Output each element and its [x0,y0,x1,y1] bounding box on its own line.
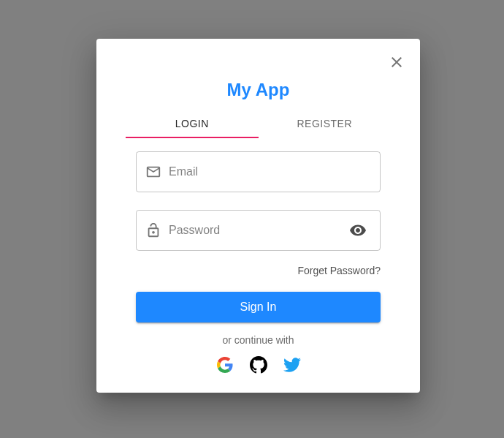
email-field[interactable] [169,152,371,192]
google-button[interactable] [215,355,235,375]
forget-password-link[interactable]: Forget Password? [297,265,381,276]
twitter-button[interactable] [282,355,302,375]
auth-tabs: Login Register [108,110,408,138]
toggle-password-visibility-button[interactable] [345,217,371,243]
social-login-row [136,355,381,375]
tab-login[interactable]: Login [126,110,259,138]
mail-icon [145,164,161,180]
password-field[interactable] [169,211,345,250]
password-input-wrap[interactable] [136,210,381,251]
forget-password-row: Forget Password? [136,264,381,277]
email-input-wrap[interactable] [136,151,381,192]
close-button[interactable] [382,48,411,77]
eye-icon [349,222,367,239]
login-modal: My App Login Register [96,39,420,393]
login-form: Forget Password? Sign In or continue wit… [108,138,408,375]
signin-button[interactable]: Sign In [136,292,381,322]
close-icon [388,53,405,71]
tab-register[interactable]: Register [259,110,392,138]
google-icon [217,357,233,373]
continue-with-label: or continue with [136,334,381,346]
twitter-icon [283,356,301,374]
lock-icon [145,222,161,238]
github-button[interactable] [248,355,269,375]
github-icon [250,356,267,374]
app-title: My App [108,80,408,100]
